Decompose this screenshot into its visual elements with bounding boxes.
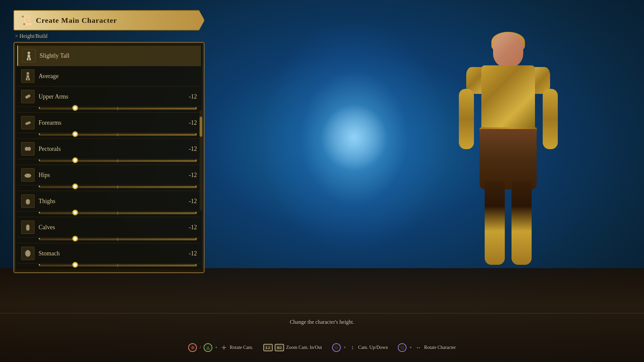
list-item-average[interactable]: Average — [17, 66, 201, 86]
stomach-thumb[interactable] — [72, 262, 78, 268]
calves-value: -12 — [180, 224, 197, 231]
upper-arms-slider[interactable] — [39, 108, 197, 110]
slider-tick — [117, 212, 118, 215]
svg-point-0 — [28, 52, 30, 54]
average-label: Average — [39, 73, 197, 80]
forearms-thumb[interactable] — [72, 131, 78, 137]
list-item-thighs[interactable]: Thighs -12 — [17, 191, 201, 212]
controls-bar: ⊙ / △ + ✛ Rotate Cam. L2 R2 Zoom Cam. In… — [0, 343, 644, 352]
slider-tick — [117, 107, 118, 110]
pectorals-slider[interactable] — [39, 160, 197, 162]
list-item-stomach[interactable]: Stomach -12 — [17, 243, 201, 264]
thighs-slider-row — [17, 212, 201, 217]
forearms-label: Forearms — [39, 119, 180, 126]
char-lower — [480, 129, 537, 189]
pectorals-icon — [21, 142, 35, 156]
list-item-pectorals[interactable]: Pectorals -12 — [17, 139, 201, 159]
pectorals-value: -12 — [180, 145, 197, 153]
l2-button[interactable]: L2 — [263, 344, 273, 351]
scrollbar[interactable] — [200, 110, 202, 210]
pectorals-slider-row — [17, 159, 201, 165]
svg-rect-13 — [26, 174, 30, 176]
svg-point-4 — [26, 72, 29, 75]
calves-label: Calves — [39, 224, 180, 231]
stomach-slider-row — [17, 264, 201, 269]
svg-rect-7 — [28, 78, 30, 80]
forearms-value: -12 — [180, 119, 197, 126]
main-panel: Create Main Character > Height/Build Sli… — [13, 10, 205, 273]
cam-updown-label: Cam. Up/Down — [358, 345, 388, 350]
hips-value: -12 — [180, 172, 197, 179]
list-item-slightly-tall[interactable]: Slightly Tall — [17, 46, 201, 66]
stomach-value: -12 — [180, 250, 197, 257]
hips-thumb[interactable] — [72, 183, 78, 189]
char-leg-l — [485, 181, 505, 265]
zoom-cam-control: L2 R2 Zoom Cam. In/Out — [263, 344, 322, 351]
forearms-icon — [21, 116, 35, 129]
upper-arms-value: -12 — [180, 93, 197, 100]
list-item-hips[interactable]: Hips -12 — [17, 165, 201, 185]
upper-arms-slider-row — [17, 107, 201, 113]
calves-icon — [21, 221, 35, 234]
char-leg-r — [512, 181, 532, 265]
svg-rect-8 — [25, 94, 31, 99]
upper-arms-icon — [21, 90, 35, 103]
hips-icon — [21, 168, 35, 182]
svg-rect-6 — [26, 78, 28, 80]
triangle-button[interactable]: △ — [204, 343, 212, 352]
title-banner: Create Main Character — [13, 10, 205, 31]
cam-updown-control: □ + ↕ Cam. Up/Down — [332, 343, 388, 352]
slider-tick — [117, 159, 118, 163]
average-icon — [21, 69, 35, 83]
scrollbar-thumb[interactable] — [200, 117, 202, 137]
forearms-slider-row — [17, 133, 201, 139]
svg-point-16 — [25, 250, 31, 257]
slider-tick — [117, 185, 118, 189]
stomach-icon — [21, 247, 35, 260]
char-torso — [481, 65, 535, 132]
thighs-value: -12 — [180, 198, 197, 205]
r2-button[interactable]: R2 — [275, 344, 284, 351]
calves-slider-row — [17, 238, 201, 243]
slightly-tall-label: Slightly Tall — [40, 52, 197, 59]
calves-thumb[interactable] — [72, 236, 78, 242]
thighs-thumb[interactable] — [72, 209, 78, 216]
circle-button[interactable]: ⊙ — [188, 343, 197, 352]
upper-arms-thumb[interactable] — [72, 105, 78, 111]
separator — [0, 313, 644, 313]
thighs-icon — [21, 194, 35, 208]
svg-rect-9 — [25, 121, 31, 125]
slider-tick — [117, 264, 118, 267]
square-button-1[interactable]: □ — [332, 343, 341, 352]
svg-point-11 — [28, 147, 31, 151]
char-head — [493, 34, 523, 67]
char-arm-l — [459, 89, 474, 149]
hips-slider[interactable] — [39, 186, 197, 188]
svg-rect-2 — [27, 58, 29, 60]
list-item-forearms[interactable]: Forearms -12 — [17, 113, 201, 133]
thighs-label: Thighs — [39, 198, 180, 205]
svg-rect-15 — [26, 225, 30, 231]
list-item-upper-arms[interactable]: Upper Arms -12 — [17, 86, 201, 107]
thighs-slider[interactable] — [39, 212, 197, 214]
svg-rect-5 — [26, 75, 29, 78]
char-arm-r — [543, 89, 558, 149]
character-preview — [409, 27, 610, 328]
dpad-icon: ✛ — [220, 344, 228, 351]
forearms-slider[interactable] — [39, 134, 197, 136]
upper-arms-label: Upper Arms — [39, 93, 180, 100]
dpad-rotate-icon: ↔ — [415, 344, 422, 351]
slightly-tall-icon — [22, 49, 36, 62]
list-item-calves[interactable]: Calves -12 — [17, 217, 201, 238]
pectorals-label: Pectorals — [39, 145, 180, 153]
dpad-updown-icon: ↕ — [349, 344, 356, 351]
slider-tick — [117, 238, 118, 241]
stomach-slider[interactable] — [39, 264, 197, 266]
calves-slider[interactable] — [39, 238, 197, 240]
rotate-cam-label: Rotate Cam. — [230, 345, 253, 350]
pectorals-thumb[interactable] — [72, 157, 78, 163]
hips-label: Hips — [39, 172, 180, 179]
hips-slider-row — [17, 185, 201, 191]
square-button-2[interactable]: □ — [398, 343, 407, 352]
rotate-cam-control: ⊙ / △ + ✛ Rotate Cam. — [188, 343, 253, 352]
